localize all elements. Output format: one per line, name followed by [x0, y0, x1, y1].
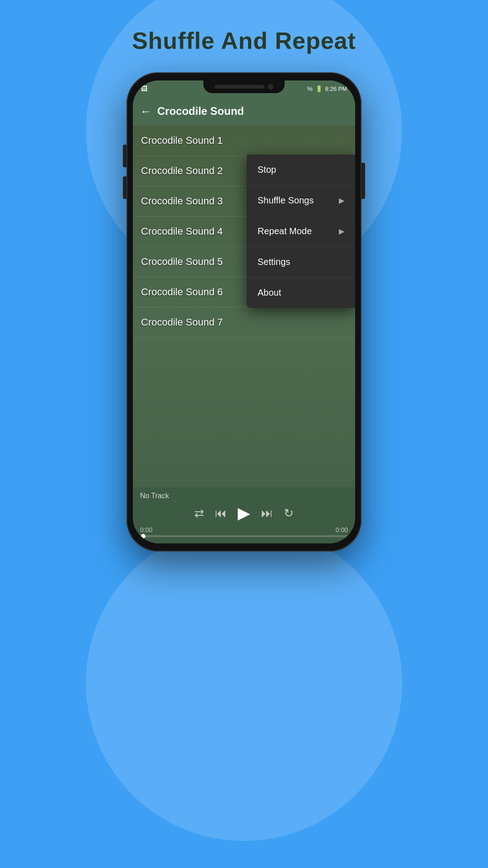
player-times: 0:00 0:00 — [140, 526, 348, 533]
player-controls: ⇄ ⏮ ▶ ⏭ ↻ — [140, 504, 348, 523]
repeat-button[interactable]: ↻ — [284, 506, 294, 520]
song-item-1[interactable]: Crocodile Sound 1 — [133, 126, 355, 156]
phone-screen: 🖼 % 🔋 8:26 PM ← Crocodile Sound — [133, 80, 355, 543]
status-right: % 🔋 8:26 PM — [307, 85, 347, 92]
player-track-name: No Track — [140, 492, 348, 500]
play-button[interactable]: ▶ — [238, 504, 250, 523]
status-left: 🖼 — [141, 85, 147, 92]
prev-button[interactable]: ⏮ — [215, 506, 227, 520]
shuffle-button[interactable]: ⇄ — [194, 506, 204, 520]
app-toolbar: ← Crocodile Sound — [133, 97, 355, 126]
power-button — [361, 163, 365, 199]
next-button[interactable]: ⏭ — [261, 506, 273, 520]
song-item-7[interactable]: Crocodile Sound 7 — [133, 307, 355, 338]
progress-bar[interactable] — [140, 535, 348, 537]
menu-item-repeat[interactable]: Repeat Mode ▶ — [247, 216, 355, 247]
page-title: Shuffle And Repeat — [132, 27, 356, 54]
context-menu: Stop Shuffle Songs ▶ Repeat Mode ▶ Setti… — [247, 155, 355, 308]
toolbar-title: Crocodile Sound — [157, 105, 348, 118]
progress-dot — [141, 534, 145, 538]
menu-item-shuffle[interactable]: Shuffle Songs ▶ — [247, 185, 355, 216]
signal-percent: % — [307, 85, 313, 92]
shuffle-arrow-icon: ▶ — [339, 196, 344, 205]
signal-icon: 🖼 — [141, 85, 147, 92]
notch-camera — [268, 84, 273, 90]
menu-item-settings[interactable]: Settings — [247, 247, 355, 278]
time-current: 0:00 — [140, 526, 152, 533]
volume-up-button — [123, 145, 127, 167]
player-bar: No Track ⇄ ⏮ ▶ ⏭ ↻ 0:00 0:00 — [133, 487, 355, 543]
phone-frame: 🖼 % 🔋 8:26 PM ← Crocodile Sound — [127, 72, 361, 552]
volume-down-button — [123, 176, 127, 199]
repeat-arrow-icon: ▶ — [339, 227, 344, 236]
phone-notch — [203, 80, 285, 93]
time-display: 8:26 PM — [325, 85, 347, 92]
menu-item-about[interactable]: About — [247, 278, 355, 308]
back-button[interactable]: ← — [140, 104, 152, 118]
song-list-area: Crocodile Sound 1 Crocodile Sound 2 Croc… — [133, 126, 355, 487]
notch-bar — [215, 85, 264, 89]
menu-item-stop[interactable]: Stop — [247, 155, 355, 185]
time-total: 0:00 — [336, 526, 348, 533]
battery-icon: 🔋 — [315, 85, 323, 92]
bg-circle-bottom — [86, 524, 402, 841]
